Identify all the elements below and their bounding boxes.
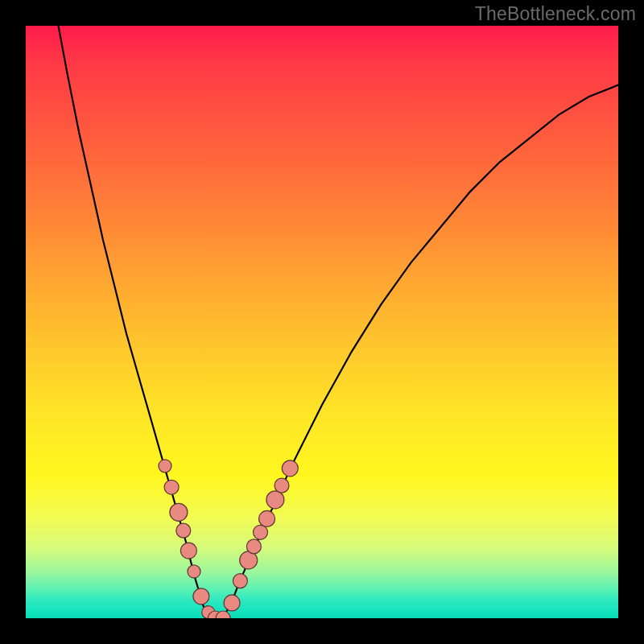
plot-area [26,26,618,618]
chart-frame: TheBottleneck.com [0,0,644,644]
watermark-text: TheBottleneck.com [475,3,636,25]
